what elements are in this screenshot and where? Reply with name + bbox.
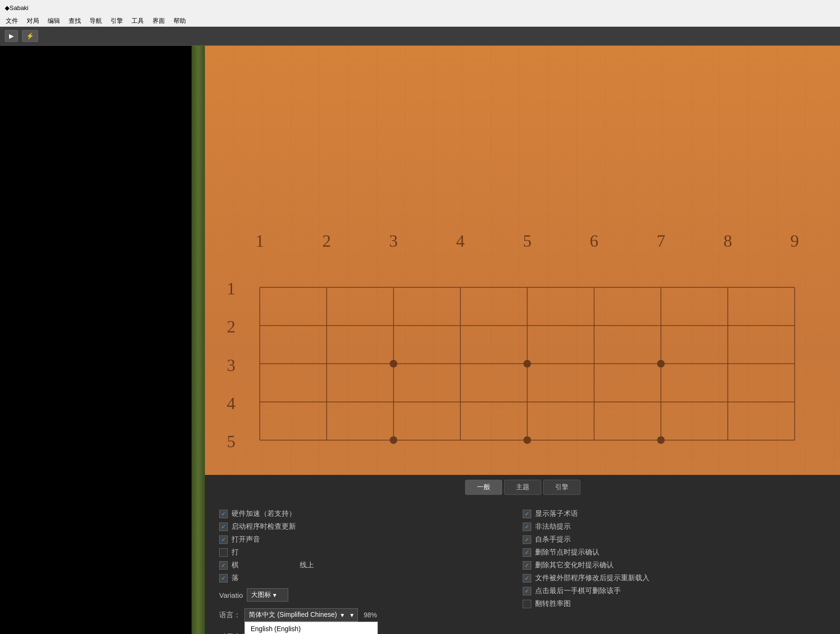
setting-hardware-accel: 硬件加速（若支持）: [219, 509, 523, 518]
left-panel: [0, 46, 205, 634]
lang-chevron: ▾: [341, 611, 344, 619]
svg-text:3: 3: [389, 231, 398, 251]
tab-general[interactable]: 一般: [465, 480, 502, 495]
label-reload-on-external-change: 文件被外部程序修改后提示重新载入: [535, 574, 649, 583]
checkbox-flip-winrate[interactable]: [523, 600, 531, 608]
lightning-button[interactable]: ⚡: [22, 30, 38, 42]
checkbox-reload-on-external-change[interactable]: [523, 574, 531, 583]
svg-text:6: 6: [590, 231, 598, 251]
menu-help[interactable]: 帮助: [170, 16, 190, 26]
tab-engine[interactable]: 引擎: [543, 480, 580, 495]
svg-text:4: 4: [227, 394, 235, 413]
label-row6: 落: [232, 574, 239, 583]
svg-text:1: 1: [255, 231, 264, 251]
setting-delete-variation-confirm: 删除其它变化时提示确认: [523, 561, 826, 570]
variation-label: Variatio: [219, 591, 243, 599]
label-hardware-accel: 硬件加速（若支持）: [232, 509, 296, 518]
menu-nav[interactable]: 导航: [86, 16, 106, 26]
as-fix-label: As Fix: [523, 622, 826, 634]
play-button[interactable]: ▶: [5, 30, 18, 42]
main-layout: 1 2 3 4 5 6 7 8 9 1 2 3 4 5: [0, 46, 840, 634]
language-row: 语言： 简体中文 (Simplified Chinese) ▾ English …: [219, 608, 523, 622]
video-panel: [0, 46, 192, 634]
settings-left: 硬件加速（若支持） 启动程序时检查更新 打开声音 打: [219, 509, 523, 634]
toolbar: ▶ ⚡: [0, 27, 840, 46]
checkbox-delete-variation-confirm[interactable]: [523, 561, 531, 570]
svg-point-32: [524, 436, 531, 444]
setting-row5: 棋 线上: [219, 561, 523, 570]
lang-display-button[interactable]: 简体中文 (Simplified Chinese) ▾: [244, 608, 358, 622]
setting-check-update: 启动程序时检查更新: [219, 522, 523, 531]
svg-point-28: [390, 360, 397, 368]
label-delete-variation-confirm: 删除其它变化时提示确认: [535, 561, 614, 570]
svg-text:5: 5: [523, 231, 531, 251]
app-title: Sabaki: [10, 4, 29, 11]
svg-text:1: 1: [227, 279, 235, 298]
checkbox-row5[interactable]: [219, 561, 228, 570]
setting-flip-winrate: 翻转胜率图: [523, 599, 826, 608]
setting-sound: 打开声音: [219, 535, 523, 544]
checkbox-sound[interactable]: [219, 535, 228, 544]
label-delete-last-move: 点击最后一手棋可删除该手: [535, 586, 621, 595]
board-container: 1 2 3 4 5 6 7 8 9 1 2 3 4 5: [205, 46, 840, 634]
app-icon: ◆: [5, 4, 10, 11]
menu-edit[interactable]: 编辑: [44, 16, 64, 26]
svg-text:8: 8: [723, 231, 732, 251]
checkbox-suicide-hint[interactable]: [523, 535, 531, 544]
checkbox-row4[interactable]: [219, 548, 228, 557]
settings-panel: 一般 主题 引擎 硬件加速（若支持） 启动程序时检查更新: [205, 475, 840, 634]
variation-row: Variatio 大图标 ▾: [219, 588, 523, 602]
label-check-update: 启动程序时检查更新: [232, 522, 296, 531]
setting-show-move-terms: 显示落子术语: [523, 509, 826, 518]
setting-reload-on-external-change: 文件被外部程序修改后提示重新载入: [523, 574, 826, 583]
label-delete-node-confirm: 删除节点时提示确认: [535, 548, 599, 557]
tabs-container: 一般 主题 引擎: [205, 475, 840, 500]
checkbox-show-move-terms[interactable]: [523, 510, 531, 518]
svg-text:2: 2: [323, 231, 331, 251]
label-row5: 棋: [232, 561, 239, 570]
svg-text:4: 4: [456, 231, 465, 251]
label-row5-suffix: 线上: [300, 561, 314, 570]
menu-ui[interactable]: 界面: [149, 16, 169, 26]
svg-point-30: [657, 360, 665, 368]
left-inner: [0, 46, 205, 634]
lang-select-container: 简体中文 (Simplified Chinese) ▾ English (Eng…: [244, 608, 358, 622]
settings-content: 硬件加速（若支持） 启动程序时检查更新 打开声音 打: [205, 500, 840, 634]
menubar: 文件 对局 编辑 查找 导航 引擎 工具 界面 帮助: [0, 15, 840, 27]
checkbox-row6[interactable]: [219, 574, 228, 583]
checkbox-check-update[interactable]: [219, 523, 228, 531]
setting-illegal-ko: 非法劫提示: [523, 522, 826, 531]
label-row4: 打: [232, 548, 239, 557]
variation-value: 大图标: [251, 591, 271, 599]
checkbox-illegal-ko[interactable]: [523, 523, 531, 531]
checkbox-hardware-accel[interactable]: [219, 510, 228, 518]
label-illegal-ko: 非法劫提示: [535, 522, 571, 531]
settings-right: 显示落子术语 非法劫提示 自杀手提示 删除节点时提示确认: [523, 509, 826, 634]
titlebar: ◆ Sabaki: [0, 0, 840, 15]
menu-game[interactable]: 对局: [23, 16, 43, 26]
lang-label: 语言：: [219, 611, 241, 620]
green-strip: [192, 46, 205, 634]
label-sound: 打开声音: [232, 535, 260, 544]
menu-tools[interactable]: 工具: [128, 16, 148, 26]
lang-current-value: 简体中文 (Simplified Chinese): [249, 611, 337, 619]
variation-chevron: ▾: [273, 591, 276, 599]
lang-dropdown: English (English) русский (Russian) 日本語 …: [244, 622, 378, 634]
tab-theme[interactable]: 主题: [504, 480, 541, 495]
svg-text:5: 5: [227, 432, 235, 451]
menu-file[interactable]: 文件: [2, 16, 22, 26]
setting-suicide-hint: 自杀手提示: [523, 535, 826, 544]
checkbox-delete-node-confirm[interactable]: [523, 548, 531, 557]
setting-delete-last-move: 点击最后一手棋可删除该手: [523, 586, 826, 595]
svg-text:7: 7: [657, 231, 665, 251]
lang-option-english[interactable]: English (English): [245, 622, 377, 634]
checkbox-delete-last-move[interactable]: [523, 587, 531, 595]
variation-select[interactable]: 大图标 ▾: [247, 588, 288, 602]
setting-row6: 落: [219, 574, 523, 583]
menu-find[interactable]: 查找: [65, 16, 85, 26]
svg-point-31: [390, 436, 397, 444]
setting-delete-node-confirm: 删除节点时提示确认: [523, 548, 826, 557]
svg-text:3: 3: [227, 356, 235, 375]
label-show-move-terms: 显示落子术语: [535, 509, 578, 518]
menu-engine[interactable]: 引擎: [107, 16, 127, 26]
